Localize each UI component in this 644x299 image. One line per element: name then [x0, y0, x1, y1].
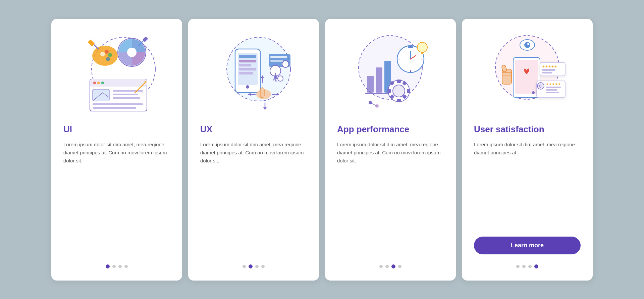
svg-rect-105 [546, 89, 557, 91]
svg-rect-106 [546, 92, 559, 93]
svg-rect-7 [88, 39, 95, 46]
user-satisfaction-dots [516, 264, 538, 268]
svg-point-4 [108, 53, 112, 57]
svg-rect-22 [113, 97, 140, 99]
svg-rect-73 [397, 80, 401, 83]
svg-rect-20 [113, 90, 143, 92]
svg-marker-46 [263, 107, 267, 109]
svg-rect-17 [93, 89, 109, 101]
svg-point-1 [92, 46, 118, 66]
ux-illustration [210, 29, 297, 116]
dot-3 [255, 265, 259, 268]
svg-rect-99 [542, 72, 552, 73]
svg-rect-57 [376, 67, 382, 93]
dot-1 [379, 265, 383, 268]
svg-rect-35 [239, 72, 253, 74]
svg-point-16 [101, 82, 104, 84]
ux-dots [243, 264, 265, 268]
svg-point-88 [527, 43, 529, 45]
dot-4 [124, 265, 128, 268]
svg-point-14 [93, 82, 96, 84]
dot-3 [391, 264, 395, 268]
svg-rect-24 [93, 107, 136, 109]
dot-2 [112, 265, 116, 268]
svg-point-87 [524, 42, 530, 48]
learn-more-button[interactable]: Learn more [474, 237, 581, 254]
svg-text:★★★★★: ★★★★★ [542, 65, 557, 68]
card-ux: UX Lorem ipsum dolor sit dim amet, mea r… [188, 19, 319, 281]
user-satisfaction-text: Lorem ipsum dolor sit dim amet, mea regi… [474, 141, 581, 230]
svg-rect-33 [239, 64, 251, 66]
svg-rect-56 [367, 76, 374, 93]
svg-rect-98 [542, 69, 555, 71]
svg-point-52 [278, 76, 283, 81]
ux-text: Lorem ipsum dolor sit dim amet, mea regi… [200, 141, 307, 254]
svg-text:★★★★★: ★★★★★ [546, 82, 561, 86]
card-app-performance: App performance Lorem ipsum dolor sit di… [325, 19, 456, 281]
dot-2 [249, 264, 253, 268]
svg-point-5 [106, 57, 110, 61]
ui-illustration [73, 29, 160, 116]
svg-rect-104 [546, 87, 561, 88]
svg-rect-32 [239, 60, 256, 62]
card-user-satisfaction: ★★★★★ Q ★★★★★ User satisfaction Lorem ip… [462, 19, 593, 281]
svg-point-51 [282, 61, 289, 67]
svg-rect-75 [387, 89, 391, 93]
card-ui: UI Lorem ipsum dolor sit dim amet, mea r… [51, 19, 182, 281]
ui-text: Lorem ipsum dolor sit dim amet, mea regi… [63, 141, 170, 254]
svg-point-36 [246, 85, 249, 89]
svg-point-72 [393, 85, 405, 97]
user-satisfaction-illustration: ★★★★★ Q ★★★★★ [484, 29, 571, 116]
app-performance-title: App performance [337, 124, 444, 135]
svg-point-3 [105, 50, 109, 54]
svg-point-95 [532, 91, 535, 94]
dot-3 [118, 265, 122, 268]
svg-rect-23 [93, 103, 143, 105]
dot-3 [528, 265, 532, 268]
dot-4 [261, 265, 265, 268]
app-performance-dots [379, 264, 401, 268]
svg-rect-76 [407, 89, 410, 93]
user-satisfaction-title: User satisfaction [474, 124, 581, 135]
ui-dots [106, 264, 128, 268]
app-performance-text: Lorem ipsum dolor sit dim amet, mea regi… [337, 141, 444, 254]
svg-point-2 [100, 52, 105, 56]
app-performance-illustration [347, 29, 434, 116]
dot-2 [522, 265, 526, 268]
cards-container: UI Lorem ipsum dolor sit dim amet, mea r… [38, 5, 606, 294]
svg-rect-49 [270, 60, 283, 62]
svg-rect-21 [113, 94, 138, 95]
ui-title: UI [63, 124, 170, 135]
svg-rect-34 [239, 68, 256, 70]
svg-point-68 [417, 42, 427, 52]
svg-rect-94 [515, 60, 538, 94]
svg-point-9 [127, 48, 137, 57]
ux-title: UX [200, 124, 307, 135]
svg-rect-74 [397, 99, 401, 102]
svg-rect-38 [260, 88, 264, 98]
svg-rect-48 [270, 56, 287, 58]
svg-text:Q: Q [539, 84, 542, 88]
dot-1 [516, 265, 520, 268]
svg-point-15 [97, 82, 100, 84]
dot-2 [385, 265, 389, 268]
dot-1 [106, 264, 110, 268]
dot-1 [243, 265, 246, 268]
svg-rect-31 [239, 55, 256, 58]
dot-4 [534, 264, 538, 268]
svg-line-83 [370, 103, 377, 106]
dot-4 [398, 265, 401, 268]
